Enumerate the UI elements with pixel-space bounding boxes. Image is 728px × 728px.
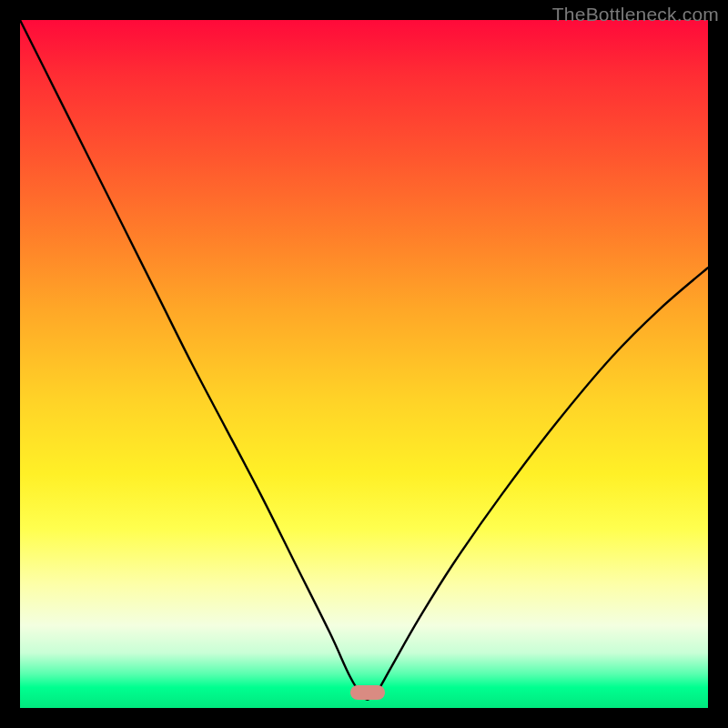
minimum-marker [350, 685, 385, 700]
plot-area [20, 20, 708, 708]
watermark-text: TheBottleneck.com [552, 4, 719, 25]
chart-frame: TheBottleneck.com [0, 0, 728, 728]
bottleneck-curve [20, 20, 708, 708]
